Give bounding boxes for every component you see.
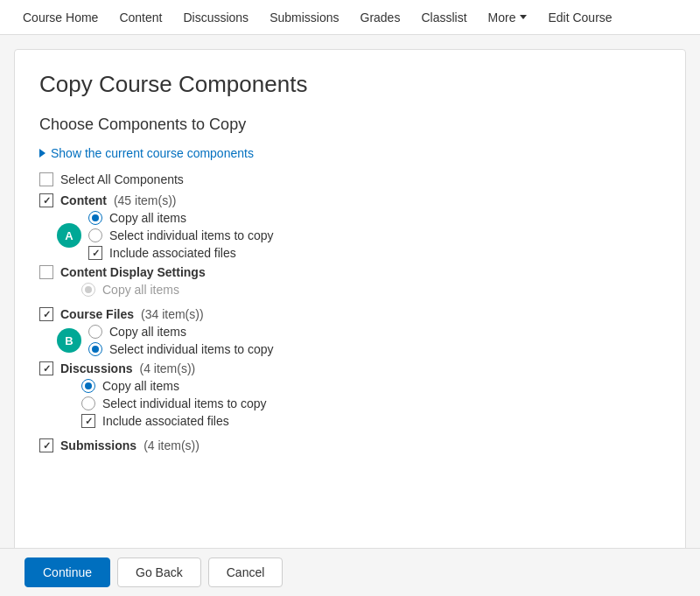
content-radio-individual[interactable] <box>88 228 102 242</box>
content-display-label: Content Display Settings <box>60 265 206 279</box>
course-files-radio-copy-all[interactable] <box>88 325 102 339</box>
discussions-label: Discussions <box>60 361 132 375</box>
content-individual-label: Select individual items to copy <box>109 228 274 242</box>
discussions-radio-individual[interactable] <box>81 396 95 410</box>
submissions-checkbox[interactable] <box>39 438 53 452</box>
select-all-checkbox[interactable] <box>39 172 53 186</box>
discussions-include-files-label: Include associated files <box>102 414 229 428</box>
show-components-toggle[interactable]: Show the current course components <box>39 146 661 160</box>
content-count: (45 item(s)) <box>114 193 177 207</box>
component-course-files: Course Files (34 item(s)) B Copy all ite… <box>39 304 661 356</box>
badge-b: B <box>57 328 81 353</box>
discussions-option-individual[interactable]: Select individual items to copy <box>81 396 661 410</box>
course-files-option-copy-all[interactable]: Copy all items <box>88 325 274 339</box>
course-files-options: Copy all items Select individual items t… <box>88 325 274 356</box>
component-discussions: Discussions (4 item(s)) Copy all items S… <box>39 358 661 428</box>
select-all-row: Select All Components <box>39 172 661 186</box>
show-components-label: Show the current course components <box>51 146 254 160</box>
submissions-label: Submissions <box>60 438 136 452</box>
nav-course-home[interactable]: Course Home <box>14 4 107 32</box>
discussions-option-copy-all[interactable]: Copy all items <box>81 379 661 393</box>
bottom-toolbar: Continue Go Back Cancel <box>0 548 700 571</box>
content-include-files-checkbox[interactable] <box>88 246 102 260</box>
course-files-count: (34 item(s)) <box>141 307 204 321</box>
discussions-count: (4 item(s)) <box>139 361 195 375</box>
nav-grades[interactable]: Grades <box>352 4 410 32</box>
nav-edit-course[interactable]: Edit Course <box>539 4 620 32</box>
nav-classlist[interactable]: Classlist <box>412 4 475 32</box>
content-label: Content <box>60 193 107 207</box>
content-checkbox[interactable] <box>39 193 53 207</box>
top-navigation: Course Home Content Discussions Submissi… <box>0 0 700 35</box>
discussions-individual-label: Select individual items to copy <box>102 396 267 410</box>
content-display-checkbox[interactable] <box>39 265 53 279</box>
content-include-files-label: Include associated files <box>109 246 236 260</box>
content-option-individual[interactable]: Select individual items to copy <box>88 228 274 242</box>
component-content-header: Content (45 item(s)) <box>39 190 661 211</box>
nav-submissions[interactable]: Submissions <box>261 4 347 32</box>
content-display-radio-copy-all <box>81 283 95 297</box>
content-display-options: Copy all items <box>81 283 661 297</box>
component-submissions: Submissions (4 item(s)) <box>39 435 661 456</box>
discussions-copy-all-label: Copy all items <box>102 379 179 393</box>
nav-content[interactable]: Content <box>110 4 171 32</box>
discussions-header: Discussions (4 item(s)) <box>39 358 661 379</box>
content-display-header: Content Display Settings <box>39 262 661 283</box>
content-options: Copy all items Select individual items t… <box>88 211 274 260</box>
course-files-checkbox[interactable] <box>39 307 53 321</box>
component-content: Content (45 item(s)) A Copy all items Se… <box>39 190 661 260</box>
section-title: Choose Components to Copy <box>39 116 661 134</box>
discussions-include-files-checkbox[interactable] <box>81 414 95 428</box>
select-all-label: Select All Components <box>60 172 184 186</box>
submissions-count: (4 item(s)) <box>144 438 200 452</box>
course-files-radio-individual[interactable] <box>88 342 102 356</box>
content-display-option-copy-all: Copy all items <box>81 283 661 297</box>
continue-button[interactable]: Continue <box>24 557 110 571</box>
course-files-badge-row: B Copy all items Select individual items… <box>57 325 661 356</box>
discussions-checkbox[interactable] <box>39 361 53 375</box>
discussions-option-include-files[interactable]: Include associated files <box>81 414 661 428</box>
page-title: Copy Course Components <box>39 71 661 98</box>
submissions-header: Submissions (4 item(s)) <box>39 435 661 456</box>
content-option-copy-all[interactable]: Copy all items <box>88 211 274 225</box>
content-display-copy-all-label: Copy all items <box>102 283 179 297</box>
content-option-include-files[interactable]: Include associated files <box>88 246 274 260</box>
chevron-down-icon <box>520 15 527 19</box>
course-files-option-individual[interactable]: Select individual items to copy <box>88 342 274 356</box>
badge-a: A <box>57 223 81 248</box>
content-radio-copy-all[interactable] <box>88 211 102 225</box>
content-badge-row: A Copy all items Select individual items… <box>57 211 661 260</box>
course-files-header: Course Files (34 item(s)) <box>39 304 661 325</box>
content-copy-all-label: Copy all items <box>109 211 186 225</box>
go-back-button[interactable]: Go Back <box>117 557 201 571</box>
discussions-options: Copy all items Select individual items t… <box>81 379 661 428</box>
course-files-label: Course Files <box>60 307 134 321</box>
nav-more[interactable]: More <box>480 4 536 32</box>
nav-discussions[interactable]: Discussions <box>174 4 257 32</box>
course-files-copy-all-label: Copy all items <box>109 325 186 339</box>
discussions-radio-copy-all[interactable] <box>81 379 95 393</box>
triangle-right-icon <box>39 149 46 158</box>
main-content-area: Copy Course Components Choose Components… <box>14 49 686 557</box>
cancel-button[interactable]: Cancel <box>208 557 284 571</box>
component-content-display: Content Display Settings Copy all items <box>39 262 661 297</box>
course-files-individual-label: Select individual items to copy <box>109 342 274 356</box>
